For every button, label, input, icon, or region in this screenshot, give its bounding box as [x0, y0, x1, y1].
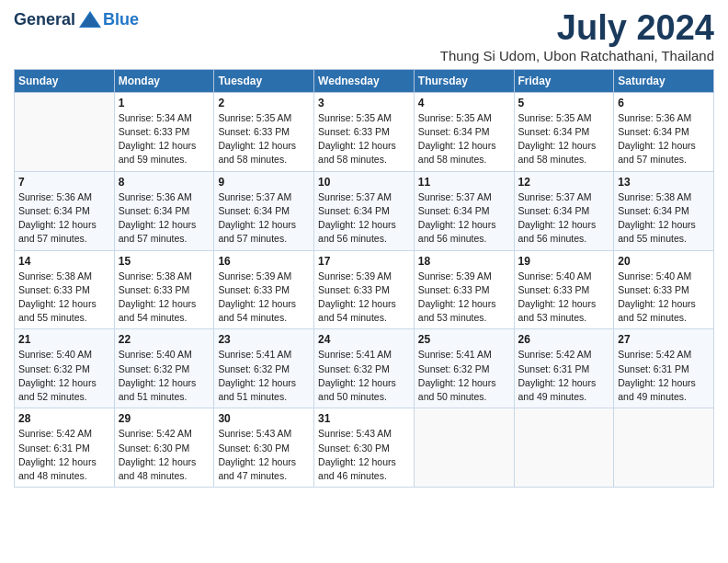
- day-number: 14: [18, 255, 110, 268]
- calendar-cell: 12Sunrise: 5:37 AM Sunset: 6:34 PM Dayli…: [514, 171, 614, 250]
- day-info: Sunrise: 5:41 AM Sunset: 6:32 PM Dayligh…: [418, 348, 510, 404]
- day-number: 31: [318, 412, 410, 425]
- calendar-cell: 20Sunrise: 5:40 AM Sunset: 6:33 PM Dayli…: [614, 250, 714, 329]
- day-info: Sunrise: 5:37 AM Sunset: 6:34 PM Dayligh…: [318, 190, 410, 247]
- day-info: Sunrise: 5:35 AM Sunset: 6:33 PM Dayligh…: [218, 111, 310, 167]
- day-number: 6: [618, 97, 710, 109]
- day-info: Sunrise: 5:36 AM Sunset: 6:34 PM Dayligh…: [18, 190, 110, 247]
- day-info: Sunrise: 5:40 AM Sunset: 6:33 PM Dayligh…: [618, 270, 710, 326]
- column-header-thursday: Thursday: [414, 69, 514, 92]
- day-number: 13: [618, 176, 710, 189]
- day-number: 21: [18, 333, 110, 346]
- calendar-cell: [514, 408, 614, 488]
- day-number: 22: [119, 333, 210, 346]
- calendar-cell: 10Sunrise: 5:37 AM Sunset: 6:34 PM Dayli…: [314, 171, 415, 250]
- day-info: Sunrise: 5:34 AM Sunset: 6:33 PM Dayligh…: [119, 111, 210, 167]
- day-number: 24: [318, 333, 410, 346]
- day-info: Sunrise: 5:37 AM Sunset: 6:34 PM Dayligh…: [218, 190, 310, 247]
- day-number: 10: [318, 176, 410, 189]
- calendar-cell: 6Sunrise: 5:36 AM Sunset: 6:34 PM Daylig…: [614, 92, 714, 171]
- day-info: Sunrise: 5:38 AM Sunset: 6:34 PM Dayligh…: [618, 190, 710, 247]
- calendar-cell: [15, 92, 115, 171]
- day-info: Sunrise: 5:42 AM Sunset: 6:31 PM Dayligh…: [618, 348, 710, 404]
- calendar-week-row: 21Sunrise: 5:40 AM Sunset: 6:32 PM Dayli…: [15, 329, 714, 408]
- month-title: July 2024: [440, 9, 714, 48]
- day-info: Sunrise: 5:38 AM Sunset: 6:33 PM Dayligh…: [18, 270, 110, 326]
- day-info: Sunrise: 5:36 AM Sunset: 6:34 PM Dayligh…: [618, 111, 710, 167]
- day-number: 25: [418, 333, 510, 346]
- column-header-wednesday: Wednesday: [314, 69, 415, 92]
- calendar-cell: 29Sunrise: 5:42 AM Sunset: 6:30 PM Dayli…: [114, 408, 214, 488]
- calendar-cell: [614, 408, 714, 488]
- day-number: 18: [418, 255, 510, 268]
- calendar-cell: 30Sunrise: 5:43 AM Sunset: 6:30 PM Dayli…: [214, 408, 314, 488]
- calendar-cell: 22Sunrise: 5:40 AM Sunset: 6:32 PM Dayli…: [114, 329, 214, 408]
- calendar-cell: 26Sunrise: 5:42 AM Sunset: 6:31 PM Dayli…: [514, 329, 614, 408]
- day-info: Sunrise: 5:43 AM Sunset: 6:30 PM Dayligh…: [218, 427, 310, 483]
- day-number: 12: [518, 176, 610, 189]
- day-number: 7: [18, 176, 110, 189]
- day-info: Sunrise: 5:40 AM Sunset: 6:33 PM Dayligh…: [518, 270, 610, 326]
- column-header-monday: Monday: [114, 69, 214, 92]
- calendar-cell: 17Sunrise: 5:39 AM Sunset: 6:33 PM Dayli…: [314, 250, 415, 329]
- calendar-cell: 18Sunrise: 5:39 AM Sunset: 6:33 PM Dayli…: [414, 250, 514, 329]
- svg-marker-1: [81, 13, 99, 27]
- day-info: Sunrise: 5:41 AM Sunset: 6:32 PM Dayligh…: [218, 348, 310, 404]
- calendar-cell: 28Sunrise: 5:42 AM Sunset: 6:31 PM Dayli…: [15, 408, 115, 488]
- day-number: 29: [119, 412, 210, 425]
- day-info: Sunrise: 5:42 AM Sunset: 6:31 PM Dayligh…: [518, 348, 610, 404]
- calendar-cell: 4Sunrise: 5:35 AM Sunset: 6:34 PM Daylig…: [414, 92, 514, 171]
- day-number: 23: [218, 333, 310, 346]
- column-header-saturday: Saturday: [614, 69, 714, 92]
- day-number: 4: [418, 97, 510, 109]
- calendar-cell: 31Sunrise: 5:43 AM Sunset: 6:30 PM Dayli…: [314, 408, 415, 488]
- day-number: 20: [618, 255, 710, 268]
- day-info: Sunrise: 5:39 AM Sunset: 6:33 PM Dayligh…: [318, 270, 410, 326]
- calendar-week-row: 14Sunrise: 5:38 AM Sunset: 6:33 PM Dayli…: [15, 250, 714, 329]
- day-number: 26: [518, 333, 610, 346]
- calendar-cell: 27Sunrise: 5:42 AM Sunset: 6:31 PM Dayli…: [614, 329, 714, 408]
- day-info: Sunrise: 5:39 AM Sunset: 6:33 PM Dayligh…: [418, 270, 510, 326]
- day-info: Sunrise: 5:35 AM Sunset: 6:34 PM Dayligh…: [418, 111, 510, 167]
- logo: General Blue: [14, 9, 139, 29]
- calendar-cell: 16Sunrise: 5:39 AM Sunset: 6:33 PM Dayli…: [214, 250, 314, 329]
- calendar-table: SundayMondayTuesdayWednesdayThursdayFrid…: [14, 69, 714, 488]
- day-number: 11: [418, 176, 510, 189]
- calendar-cell: 5Sunrise: 5:35 AM Sunset: 6:34 PM Daylig…: [514, 92, 614, 171]
- day-number: 9: [218, 176, 310, 189]
- day-info: Sunrise: 5:43 AM Sunset: 6:30 PM Dayligh…: [318, 427, 410, 483]
- day-info: Sunrise: 5:38 AM Sunset: 6:33 PM Dayligh…: [119, 270, 210, 326]
- calendar-cell: 3Sunrise: 5:35 AM Sunset: 6:33 PM Daylig…: [314, 92, 415, 171]
- day-number: 1: [119, 97, 210, 109]
- day-number: 27: [618, 333, 710, 346]
- day-info: Sunrise: 5:41 AM Sunset: 6:32 PM Dayligh…: [318, 348, 410, 404]
- day-info: Sunrise: 5:40 AM Sunset: 6:32 PM Dayligh…: [18, 348, 110, 404]
- calendar-week-row: 7Sunrise: 5:36 AM Sunset: 6:34 PM Daylig…: [15, 171, 714, 250]
- day-number: 5: [518, 97, 610, 109]
- day-number: 30: [218, 412, 310, 425]
- calendar-cell: 11Sunrise: 5:37 AM Sunset: 6:34 PM Dayli…: [414, 171, 514, 250]
- calendar-cell: 19Sunrise: 5:40 AM Sunset: 6:33 PM Dayli…: [514, 250, 614, 329]
- day-number: 2: [218, 97, 310, 109]
- calendar-cell: [414, 408, 514, 488]
- calendar-week-row: 28Sunrise: 5:42 AM Sunset: 6:31 PM Dayli…: [15, 408, 714, 488]
- calendar-cell: 9Sunrise: 5:37 AM Sunset: 6:34 PM Daylig…: [214, 171, 314, 250]
- logo-general: General: [14, 10, 75, 29]
- day-number: 16: [218, 255, 310, 268]
- column-header-friday: Friday: [514, 69, 614, 92]
- column-header-tuesday: Tuesday: [214, 69, 314, 92]
- day-info: Sunrise: 5:35 AM Sunset: 6:33 PM Dayligh…: [318, 111, 410, 167]
- day-info: Sunrise: 5:37 AM Sunset: 6:34 PM Dayligh…: [518, 190, 610, 247]
- calendar-cell: 7Sunrise: 5:36 AM Sunset: 6:34 PM Daylig…: [15, 171, 115, 250]
- day-info: Sunrise: 5:35 AM Sunset: 6:34 PM Dayligh…: [518, 111, 610, 167]
- day-info: Sunrise: 5:42 AM Sunset: 6:31 PM Dayligh…: [18, 427, 110, 483]
- calendar-header-row: SundayMondayTuesdayWednesdayThursdayFrid…: [15, 69, 714, 92]
- day-number: 8: [119, 176, 210, 189]
- logo-blue: Blue: [103, 10, 139, 29]
- day-number: 17: [318, 255, 410, 268]
- calendar-cell: 1Sunrise: 5:34 AM Sunset: 6:33 PM Daylig…: [114, 92, 214, 171]
- column-header-sunday: Sunday: [15, 69, 115, 92]
- location-title: Thung Si Udom, Ubon Ratchathani, Thailan…: [440, 48, 714, 63]
- title-area: July 2024 Thung Si Udom, Ubon Ratchathan…: [440, 9, 714, 63]
- calendar-cell: 21Sunrise: 5:40 AM Sunset: 6:32 PM Dayli…: [15, 329, 115, 408]
